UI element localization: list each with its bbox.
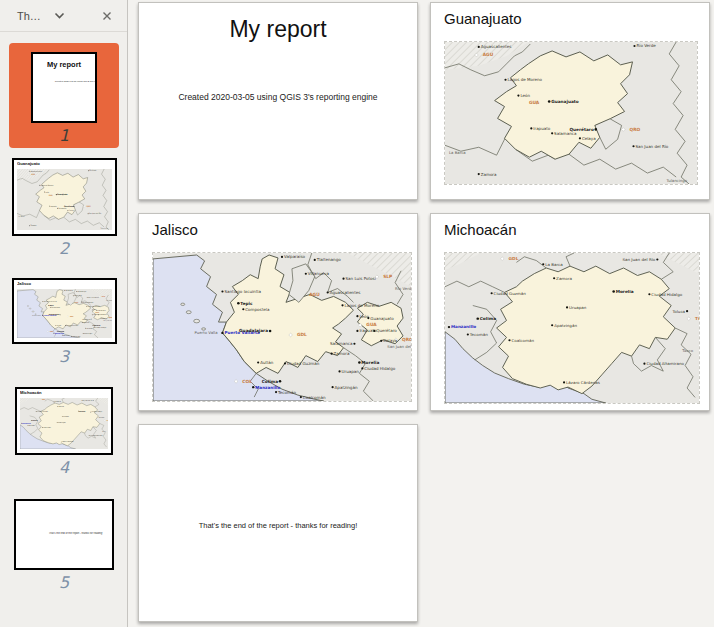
thumbnail-title: Guanajuato (17, 161, 40, 166)
svg-text:San Luis Potosí: San Luis Potosí (346, 276, 377, 281)
michoacan-map: GDLLa BarcaSan Juan del RíoZamoraCiudad … (444, 252, 700, 404)
svg-text:TOL: TOL (695, 316, 700, 321)
svg-text:Aguascalientes: Aguascalientes (481, 44, 512, 49)
page-number: 3 (59, 347, 69, 366)
svg-text:Taxco: Taxco (681, 349, 694, 353)
sidebar-close-button[interactable] (100, 9, 114, 23)
svg-text:Celaya: Celaya (383, 338, 397, 343)
svg-text:Colima: Colima (480, 316, 496, 321)
svg-text:QRO: QRO (630, 127, 641, 132)
svg-text:Tlaltenango: Tlaltenango (316, 257, 342, 262)
svg-text:Apatzingán: Apatzingán (554, 323, 577, 328)
svg-text:Zamora: Zamora (556, 276, 572, 281)
svg-text:San Juan del Río: San Juan del Río (622, 257, 655, 262)
svg-text:Zamora: Zamora (481, 172, 497, 177)
svg-text:Río Verde: Río Verde (395, 286, 412, 291)
thumbnail-title: Michoacán (20, 390, 41, 395)
sidebar-view-dropdown[interactable]: Th… (0, 10, 65, 22)
svg-text:Tecomán: Tecomán (277, 390, 296, 395)
svg-text:Manzanillo: Manzanillo (451, 325, 476, 330)
chevron-down-icon (54, 12, 65, 19)
thumbnail-page-3[interactable]: Jalisco ValparaísoTlaltenangoVillanuevaS… (0, 278, 128, 366)
thumbnail-page-4-preview: Michoacán GDLLa BarcaSan Juan del RíoZam… (15, 387, 113, 455)
thumbnail-title: Jalisco (17, 281, 31, 286)
svg-text:Aguascalientes: Aguascalientes (330, 290, 361, 295)
svg-text:COL: COL (242, 379, 252, 384)
svg-text:La Barca: La Barca (545, 262, 563, 267)
document-view[interactable]: My report Created 2020-03-05 using QGIS … (128, 0, 714, 627)
svg-text:GUA: GUA (529, 100, 540, 105)
svg-text:Río Verde: Río Verde (636, 43, 656, 48)
report-page-2: Guanajuato AguascalientesAGURío VerdeLag… (430, 2, 710, 200)
guanajuato-thumbnail-map: AguascalientesAGURío VerdeLagos de Moren… (17, 169, 112, 230)
svg-text:Villanueva: Villanueva (308, 271, 330, 276)
svg-text:SLP: SLP (383, 274, 392, 279)
svg-text:GUA: GUA (366, 323, 377, 328)
svg-text:Irapuato: Irapuato (533, 126, 551, 131)
svg-text:Tulancingo: Tulancingo (666, 179, 688, 184)
report-page-5: That's the end of the report - thanks fo… (138, 424, 418, 622)
report-page-3: Jalisco ValparaísoTlaltenangoVillanuevaS… (138, 213, 418, 411)
thumbnail-page-1-preview: My report Created 2020-03-05 using QGIS … (31, 52, 97, 123)
thumbnail-page-3-preview: Jalisco ValparaísoTlaltenangoVillanuevaS… (12, 278, 117, 344)
svg-text:Guadalajara: Guadalajara (239, 328, 268, 333)
svg-text:Guanajuato: Guanajuato (370, 316, 394, 321)
page-heading-michoacan: Michoacán (444, 221, 517, 238)
svg-text:Ciudad Hidalgo: Ciudad Hidalgo (651, 292, 682, 297)
svg-text:Ciudad Guzmán: Ciudad Guzmán (287, 361, 320, 366)
svg-text:Zamora: Zamora (334, 351, 350, 356)
page-number: 5 (59, 573, 69, 592)
svg-text:Manzanillo: Manzanillo (255, 385, 280, 390)
svg-text:Compostela: Compostela (245, 307, 270, 312)
end-text: That's the end of the report - thanks fo… (139, 521, 417, 530)
report-subtitle: Created 2020-03-05 using QGIS 3's report… (139, 92, 417, 102)
svg-text:León: León (520, 93, 530, 98)
svg-text:Tepic: Tepic (240, 301, 253, 306)
svg-text:AGU: AGU (309, 292, 320, 297)
svg-text:Santiago Ixcuintla: Santiago Ixcuintla (224, 289, 261, 294)
thumbnail-page-5-preview: That's the end of the report - thanks fo… (14, 499, 114, 570)
svg-text:Uruapan: Uruapan (342, 369, 360, 374)
svg-text:Lázaro Cárdenas: Lázaro Cárdenas (566, 380, 600, 385)
svg-text:QRO: QRO (402, 337, 412, 342)
report-page-1: My report Created 2020-03-05 using QGIS … (138, 2, 418, 200)
thumbnail-end-text: That's the end of the report - thanks fo… (49, 532, 80, 535)
guanajuato-map: AguascalientesAGURío VerdeLagos de Moren… (444, 41, 698, 185)
page-heading-jalisco: Jalisco (152, 221, 198, 238)
thumbnail-title: My report (33, 60, 95, 69)
svg-text:GDL: GDL (297, 332, 307, 337)
svg-text:Coalcomán: Coalcomán (511, 338, 534, 343)
sidebar-view-label: Th… (17, 10, 41, 22)
report-page-4: Michoacán GDLLa BarcaSan Juan del RíoZam… (430, 213, 710, 411)
thumbnail-page-2[interactable]: Guanajuato AguascalientesAGURío VerdeLag… (0, 158, 128, 258)
svg-text:Ciudad Altamirano: Ciudad Altamirano (646, 361, 684, 366)
svg-text:Guanajuato: Guanajuato (551, 99, 579, 104)
page-number: 4 (59, 458, 69, 477)
svg-text:San Juan del Río: San Juan del Río (635, 144, 668, 149)
thumbnails-sidebar: Th… My report Created 2020-03-05 using Q… (0, 0, 128, 627)
svg-text:Lagos de Moreno: Lagos de Moreno (508, 77, 543, 82)
jalisco-thumbnail-map: ValparaísoTlaltenangoVillanuevaSan Luis … (17, 289, 112, 338)
svg-text:Salamanca: Salamanca (330, 341, 353, 346)
svg-text:Morelia: Morelia (616, 289, 634, 294)
svg-text:Autlán: Autlán (260, 360, 274, 365)
thumbnail-page-5[interactable]: That's the end of the report - thanks fo… (0, 499, 128, 592)
svg-text:San Juan del Río: San Juan del Río (387, 344, 412, 349)
svg-text:La Barca: La Barca (449, 150, 466, 155)
svg-text:Ciudad Guzmán: Ciudad Guzmán (494, 291, 527, 296)
svg-text:Toluca: Toluca (671, 309, 685, 314)
svg-text:Celaya: Celaya (582, 136, 596, 141)
thumbnail-page-1[interactable]: My report Created 2020-03-05 using QGIS … (9, 43, 119, 148)
svg-text:Querétaro: Querétaro (569, 127, 593, 132)
thumbnail-subtitle: Created 2020-03-05 using QGIS 3's report… (55, 80, 74, 83)
page-number: 2 (59, 239, 69, 258)
jalisco-map: ValparaísoTlaltenangoVillanuevaSan Luis … (152, 252, 412, 402)
thumbnail-page-4[interactable]: Michoacán GDLLa BarcaSan Juan del RíoZam… (0, 387, 128, 477)
svg-text:Colima: Colima (262, 379, 278, 384)
svg-text:Querétaro: Querétaro (376, 328, 397, 333)
svg-text:Valparaíso: Valparaíso (284, 254, 306, 259)
thumbnail-page-2-preview: Guanajuato AguascalientesAGURío VerdeLag… (12, 158, 117, 236)
close-icon (102, 11, 112, 21)
michoacan-thumbnail-map: GDLLa BarcaSan Juan del RíoZamoraCiudad … (20, 398, 108, 449)
svg-text:Morelia: Morelia (361, 360, 379, 365)
